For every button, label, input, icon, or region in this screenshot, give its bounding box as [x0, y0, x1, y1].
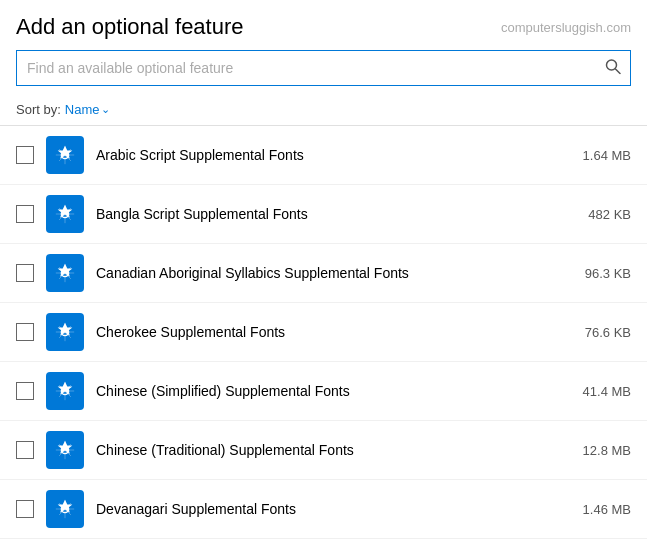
feature-size: 1.64 MB — [583, 148, 631, 163]
watermark: computersluggish.com — [501, 20, 631, 35]
feature-name: Bangla Script Supplemental Fonts — [96, 206, 576, 222]
feature-name: Arabic Script Supplemental Fonts — [96, 147, 571, 163]
feature-list: Arabic Script Supplemental Fonts 1.64 MB… — [0, 126, 647, 539]
feature-checkbox-3[interactable] — [16, 323, 34, 341]
feature-icon-0 — [46, 136, 84, 174]
feature-size: 1.46 MB — [583, 502, 631, 517]
sort-value[interactable]: Name ⌄ — [65, 102, 111, 117]
feature-icon-3 — [46, 313, 84, 351]
feature-checkbox-0[interactable] — [16, 146, 34, 164]
feature-name: Devanagari Supplemental Fonts — [96, 501, 571, 517]
list-item: Bangla Script Supplemental Fonts 482 KB — [0, 185, 647, 244]
feature-icon-2 — [46, 254, 84, 292]
list-item: Canadian Aboriginal Syllabics Supplement… — [0, 244, 647, 303]
feature-size: 96.3 KB — [585, 266, 631, 281]
list-item: Devanagari Supplemental Fonts 1.46 MB — [0, 480, 647, 539]
sort-bar: Sort by: Name ⌄ — [0, 96, 647, 126]
feature-size: 482 KB — [588, 207, 631, 222]
sort-value-text: Name — [65, 102, 100, 117]
feature-checkbox-5[interactable] — [16, 441, 34, 459]
list-item: Cherokee Supplemental Fonts 76.6 KB — [0, 303, 647, 362]
list-item: Chinese (Simplified) Supplemental Fonts … — [0, 362, 647, 421]
sort-label: Sort by: — [16, 102, 61, 117]
feature-icon-4 — [46, 372, 84, 410]
search-container — [16, 50, 631, 86]
feature-size: 12.8 MB — [583, 443, 631, 458]
feature-icon-5 — [46, 431, 84, 469]
search-input[interactable] — [16, 50, 631, 86]
feature-checkbox-6[interactable] — [16, 500, 34, 518]
feature-name: Chinese (Traditional) Supplemental Fonts — [96, 442, 571, 458]
list-item: Arabic Script Supplemental Fonts 1.64 MB — [0, 126, 647, 185]
feature-checkbox-4[interactable] — [16, 382, 34, 400]
feature-icon-1 — [46, 195, 84, 233]
page-header: Add an optional feature computersluggish… — [0, 0, 647, 50]
feature-name: Cherokee Supplemental Fonts — [96, 324, 573, 340]
feature-size: 76.6 KB — [585, 325, 631, 340]
feature-icon-6 — [46, 490, 84, 528]
feature-checkbox-2[interactable] — [16, 264, 34, 282]
page-title: Add an optional feature — [16, 14, 244, 40]
feature-name: Canadian Aboriginal Syllabics Supplement… — [96, 265, 573, 281]
chevron-down-icon: ⌄ — [101, 103, 110, 116]
feature-name: Chinese (Simplified) Supplemental Fonts — [96, 383, 571, 399]
feature-size: 41.4 MB — [583, 384, 631, 399]
feature-checkbox-1[interactable] — [16, 205, 34, 223]
list-item: Chinese (Traditional) Supplemental Fonts… — [0, 421, 647, 480]
